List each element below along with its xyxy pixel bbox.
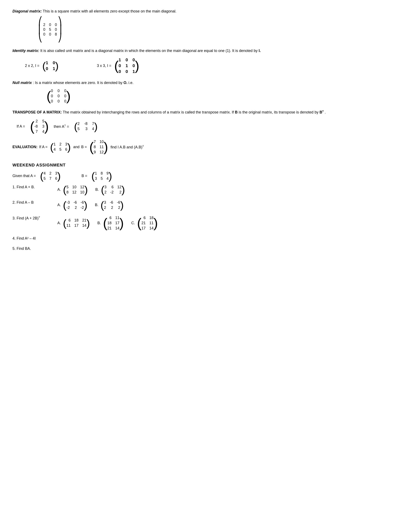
matrix-cell: 0 <box>51 94 53 98</box>
diagonal-matrix-grid: 200050008 <box>43 23 57 37</box>
matAT-grid: 2-87534 <box>77 122 94 131</box>
identity-section: Identity matrix: It is also called unit … <box>12 48 399 74</box>
option-matrix: (61821111714) <box>137 216 158 230</box>
matrix-cell: 7 <box>35 129 38 134</box>
identity-2x2-grid: 1001 <box>46 60 55 71</box>
null-text: Null matrix : Is a matrix whose elements… <box>12 80 399 86</box>
given-line: Given that A = ( 423576 ) B = ( 189354 ) <box>12 171 399 181</box>
matrix-cell: 0 <box>125 69 128 74</box>
matrix-cell: 0 <box>133 63 135 68</box>
option-C: C.(61821111714) <box>131 216 159 230</box>
eval-matA-grid: 123456 <box>54 142 67 152</box>
transpose-bt: BT <box>320 110 324 114</box>
q-text: Find BA. <box>17 247 31 251</box>
transpose-b: B <box>235 110 238 114</box>
matrix-cell: 17 <box>142 226 146 230</box>
eval-b-label: B = <box>81 145 87 149</box>
null-ie: i.e. <box>128 81 134 85</box>
matAT-wrap: ( 2-87534 ) <box>74 122 98 131</box>
question-label: 1. Find A + B. <box>12 185 54 189</box>
transpose-example: If A = ( 25-8374 ) then AT = ( 2-87534 ) <box>17 119 399 134</box>
identity-text: Identity matrix: It is also called unit … <box>12 48 399 54</box>
matrix-cell: 18 <box>149 216 153 220</box>
q-sup: T <box>39 216 40 218</box>
diagonal-matrix: ⎛⎜⎝ 200050008 ⎞⎟⎠ <box>38 17 62 42</box>
matrix-cell: 12 <box>72 190 76 195</box>
question-label: 4. Find A² – 4I <box>12 236 54 241</box>
weekend-section: WEEKEND ASSIGNMENT Given that A = ( 4235… <box>12 163 399 251</box>
question-label: 2. Find A – B <box>12 200 54 205</box>
matrix-cell: 0 <box>43 28 45 32</box>
matrix-cell: 12 <box>80 185 84 189</box>
option-matrix: (61821111714) <box>63 218 90 228</box>
matAT-bracket-right: ) <box>94 122 98 131</box>
transpose-section: TRANSPOSE OF A MATRIX: The matrix obtain… <box>12 109 399 134</box>
diagonal-title: Diagonal matrix: <box>12 9 42 13</box>
diagonal-section: Diagonal matrix: This is a square matrix… <box>12 8 399 42</box>
identity-2x2-container: 2 x 2, I = ( 1001 ) <box>25 60 59 71</box>
matrix-cell: 9 <box>107 171 109 176</box>
matrix-cell: 1 <box>53 66 55 71</box>
matrix-cell: 8 <box>67 190 68 195</box>
matrix-cell: 17 <box>115 221 119 225</box>
option-matrix-grid: 61118172114 <box>107 216 119 230</box>
matrix-cell: 6 <box>142 216 146 220</box>
matrix-cell: 11 <box>67 223 71 228</box>
option-matrix: (-3-6-6-22-2) <box>63 200 87 210</box>
matrix-cell: 0 <box>119 63 121 68</box>
matrix-cell: 0 <box>64 99 66 104</box>
given-matA-grid: 423576 <box>43 171 57 181</box>
question-5: 5. Find BA. <box>12 247 399 251</box>
option-letter: C. <box>131 221 135 225</box>
matrix-cell: 9 <box>94 150 96 154</box>
matrix-cell: 4 <box>43 171 46 176</box>
q-text: Find (A + 2B) <box>17 216 39 220</box>
matrix-cell: 1 <box>125 63 128 68</box>
matrix-cell: 4 <box>92 127 94 131</box>
matrix-cell: 3 <box>104 200 106 205</box>
matrix-cell: -2 <box>110 190 114 195</box>
identity-3x3-label: 3 x 3, I = <box>97 64 111 68</box>
matrix-cell: 0 <box>46 66 48 71</box>
diagonal-text: Diagonal matrix: This is a square matrix… <box>12 8 399 14</box>
matrix-cell: -2 <box>67 206 70 210</box>
option-letter: B. <box>95 188 99 192</box>
matrix-cell: 8 <box>55 32 57 37</box>
matrix-cell: 3 <box>84 127 87 131</box>
matrix-cell: 0 <box>49 32 51 37</box>
given-label: Given that A = <box>12 174 36 178</box>
null-o: O. <box>124 81 127 85</box>
transpose-text: TRANSPOSE OF A MATRIX: The matrix obtain… <box>12 109 399 115</box>
eval-matA-wrap: ( 123456 ) <box>50 142 71 152</box>
option-letter: A. <box>57 203 61 207</box>
option-B: B.(36122-22) <box>95 185 126 195</box>
given-matA-wrap: ( 423576 ) <box>40 171 61 181</box>
identity-3x3-container: 3 x 3, I = ( 100010001 ) <box>97 57 140 74</box>
q-num: 4. <box>12 236 16 240</box>
weekend-title: WEEKEND ASSIGNMENT <box>12 163 399 168</box>
bracket-right-2x2: ) <box>55 61 59 70</box>
matA-bracket-right: ) <box>45 121 49 132</box>
matrix-cell: 8 <box>94 145 96 149</box>
matA-wrap: ( 25-8374 ) <box>30 119 49 134</box>
option-A: A.(-3-6-6-22-2) <box>57 200 88 210</box>
matrix-cell: 0 <box>55 23 57 27</box>
question-4: 4. Find A² – 4I <box>12 236 399 241</box>
evaluation-section: EVALUATION: If A = ( 123456 ) and B = ( … <box>12 140 399 154</box>
matrix-cell: 21 <box>107 226 112 230</box>
matAT-bracket-left: ( <box>74 122 77 131</box>
identity-2x2-label: 2 x 2, I = <box>25 64 39 68</box>
option-matrix: (3-6-6222) <box>101 200 124 210</box>
matrix-cell: 14 <box>149 226 153 230</box>
matrix-cell: 0 <box>51 99 53 104</box>
matrix-cell: 7 <box>92 122 94 126</box>
option-matrix: (36122-22) <box>101 185 125 195</box>
matrix-cell: 1 <box>95 171 97 176</box>
matrix-cell: -6 <box>110 200 113 205</box>
matrix-cell: 6 <box>110 185 114 189</box>
matrix-cell: 12 <box>117 185 121 189</box>
transpose-desc: The matrix obtained by interchanging the… <box>63 110 235 114</box>
null-matrix-grid: 000000000 <box>51 89 66 104</box>
matrix-cell: 0 <box>51 89 53 93</box>
eval-find: find I A.B and (A.B)T <box>111 145 144 149</box>
